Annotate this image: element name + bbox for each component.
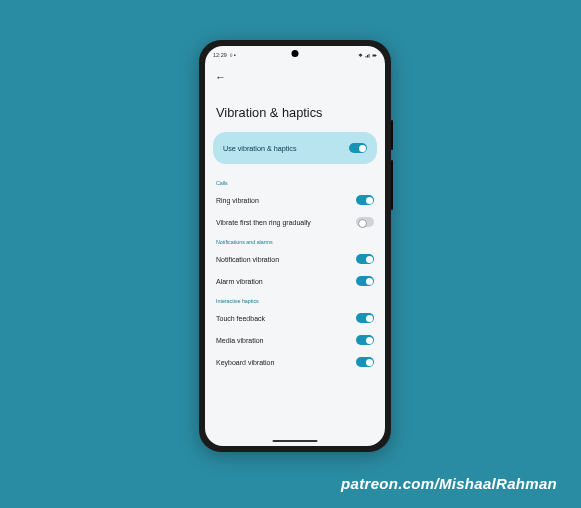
label-touch-feedback: Touch feedback <box>216 315 265 322</box>
phone-frame: 12:29 ◊ ▪ ← Vibration & haptics Use vibr… <box>199 40 391 452</box>
hero-label: Use vibration & haptics <box>223 144 297 153</box>
row-alarm-vibration[interactable]: Alarm vibration <box>205 270 385 292</box>
toggle-notification-vibration[interactable] <box>356 254 374 264</box>
label-alarm-vibration: Alarm vibration <box>216 278 263 285</box>
row-vibrate-first[interactable]: Vibrate first then ring gradually <box>205 211 385 233</box>
status-time: 12:29 <box>213 52 227 58</box>
toggle-alarm-vibration[interactable] <box>356 276 374 286</box>
status-notif-icon: ◊ ▪ <box>230 52 236 58</box>
hero-toggle-card[interactable]: Use vibration & haptics <box>213 132 377 164</box>
navigation-bar[interactable] <box>273 440 318 442</box>
label-notification-vibration: Notification vibration <box>216 256 279 263</box>
toggle-touch-feedback[interactable] <box>356 313 374 323</box>
power-button <box>391 160 393 210</box>
back-button[interactable]: ← <box>215 71 226 83</box>
label-vibrate-first: Vibrate first then ring gradually <box>216 219 311 226</box>
label-ring-vibration: Ring vibration <box>216 197 259 204</box>
toggle-media-vibration[interactable] <box>356 335 374 345</box>
row-keyboard-vibration[interactable]: Keyboard vibration <box>205 351 385 373</box>
battery-icon <box>372 53 377 58</box>
section-calls: Calls Ring vibration Vibrate first then … <box>205 174 385 233</box>
section-interactive: Interactive haptics Touch feedback Media… <box>205 292 385 373</box>
row-media-vibration[interactable]: Media vibration <box>205 329 385 351</box>
section-notifications: Notifications and alarms Notification vi… <box>205 233 385 292</box>
phone-screen: 12:29 ◊ ▪ ← Vibration & haptics Use vibr… <box>205 46 385 446</box>
hero-toggle[interactable] <box>349 143 367 153</box>
label-media-vibration: Media vibration <box>216 337 263 344</box>
row-notification-vibration[interactable]: Notification vibration <box>205 248 385 270</box>
section-header-notifications: Notifications and alarms <box>205 233 385 248</box>
section-header-interactive: Interactive haptics <box>205 292 385 307</box>
wifi-icon <box>358 53 363 58</box>
row-ring-vibration[interactable]: Ring vibration <box>205 189 385 211</box>
credit-text: patreon.com/MishaalRahman <box>341 475 557 492</box>
signal-icon <box>365 53 370 58</box>
camera-notch <box>292 50 299 57</box>
toggle-keyboard-vibration[interactable] <box>356 357 374 367</box>
toggle-vibrate-first[interactable] <box>356 217 374 227</box>
volume-button <box>391 120 393 150</box>
svg-rect-0 <box>373 54 377 56</box>
toggle-ring-vibration[interactable] <box>356 195 374 205</box>
page-title: Vibration & haptics <box>205 89 385 132</box>
section-header-calls: Calls <box>205 174 385 189</box>
row-touch-feedback[interactable]: Touch feedback <box>205 307 385 329</box>
label-keyboard-vibration: Keyboard vibration <box>216 359 274 366</box>
svg-rect-1 <box>376 55 377 56</box>
